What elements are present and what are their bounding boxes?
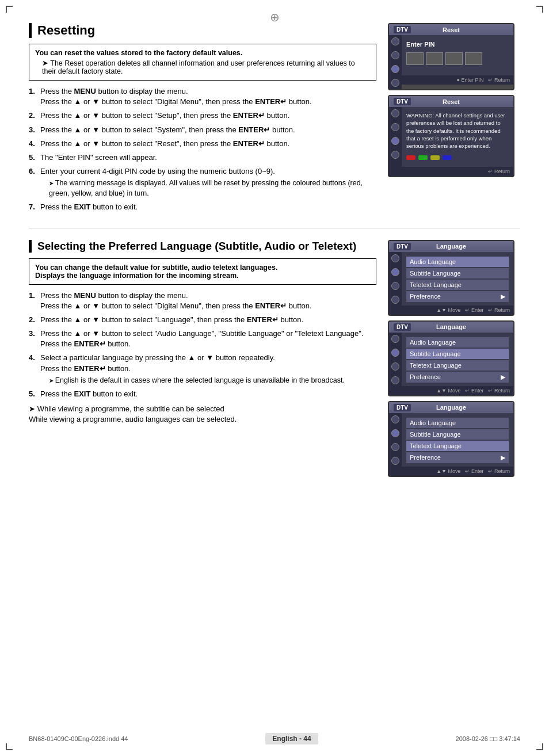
lang-menu-preference-2: Preference ▶ <box>406 372 509 383</box>
resetting-screens-col: DTV Reset Enter PIN <box>388 23 520 216</box>
footer-right-text: 2008-02-26 □□ 3:47:14 <box>456 735 520 742</box>
lang-menu-preference-1: Preference ▶ <box>406 291 509 302</box>
reset-screen1-header: DTV Reset <box>389 24 513 35</box>
step-3: 3. Press the ▲ or ▼ button to select "Sy… <box>29 125 376 135</box>
page-number: English - 44 <box>265 733 318 744</box>
lang-screen2-header: DTV Language <box>389 322 513 333</box>
btn-yellow <box>430 155 440 160</box>
pin-box-2 <box>426 52 443 65</box>
dtv-logo-5: DTV <box>394 404 411 411</box>
lang-menu-teletext-1: Teletext Language <box>406 280 509 290</box>
icon-l2-4 <box>391 376 399 384</box>
icon-circle-2 <box>391 51 399 59</box>
footer-return-2: ↵ Return <box>488 169 510 174</box>
pin-body: Enter PIN <box>402 35 513 75</box>
step-2: 2. Press the ▲ or ▼ button to select "Se… <box>29 110 376 121</box>
reset-screen2-footer: ↵ Return <box>402 167 513 176</box>
pin-box-3 <box>445 52 463 65</box>
btn-red <box>406 155 415 160</box>
resetting-steps: 1. Press the MENU button to display the … <box>29 86 376 213</box>
dtv-logo-2: DTV <box>394 98 411 105</box>
icon-l2-2 <box>391 349 399 357</box>
icon-l3-3 <box>391 443 399 451</box>
lang-screen2-footer: ▲▼ Move ↵ Enter ↵ Return <box>402 386 513 395</box>
icon-circle-1 <box>391 37 399 45</box>
lang-step-5: 5. Press the EXIT button to exit. <box>29 389 376 399</box>
reset-screen1-footer: ● Enter PIN ↵ Return <box>402 75 513 85</box>
lang-menu-subtitle-1: Subtitle Language <box>406 268 509 278</box>
reset-screen1-body: Enter PIN ● Enter PIN ↵ Return <box>402 35 513 89</box>
icon-l3-4 <box>391 457 399 465</box>
tv-icon-col-3 <box>389 252 402 315</box>
language-screens-col: DTV Language Audio Language Subtitl <box>388 240 520 477</box>
language-intro-bold1: You can change the default value for sub… <box>35 264 370 272</box>
resetting-intro-note: ➤ The Reset operation deletes all channe… <box>42 59 370 75</box>
lang-step-1: 1. Press the MENU button to display the … <box>29 291 376 311</box>
lang-screen2-body: Audio Language Subtitle Language Teletex… <box>402 333 513 386</box>
resetting-info-box: You can reset the values stored to the f… <box>29 44 376 81</box>
lang-screen1-body: Audio Language Subtitle Language Teletex… <box>402 252 513 306</box>
icon-l1-3 <box>391 282 399 290</box>
lang-menu-subtitle-3: Subtitle Language <box>406 429 509 440</box>
btn-green <box>418 155 428 160</box>
reset-screen1-body-wrap: Enter PIN ● Enter PIN ↵ Return <box>389 35 513 89</box>
dtv-logo-3: DTV <box>394 243 411 250</box>
lang-step-3: 3. Press the ▲ or ▼ button to select "Au… <box>29 329 376 349</box>
reset-pin-screen: DTV Reset Enter PIN <box>388 23 514 90</box>
lang-menu-preference-3: Preference ▶ <box>406 452 509 463</box>
icon-circle-6 <box>391 123 399 131</box>
color-buttons <box>406 155 509 160</box>
lang-step-4: 4. Select a particular language by press… <box>29 353 376 385</box>
resetting-intro-bold: You can reset the values stored to the f… <box>35 49 370 57</box>
lang-screen3-body: Audio Language Subtitle Language Teletex… <box>402 413 513 467</box>
lang-screen1-body-wrap: Audio Language Subtitle Language Teletex… <box>389 252 513 315</box>
icon-circle-8 <box>391 151 399 159</box>
warning-body: WARNING: All channel settings and user p… <box>402 107 513 167</box>
lang-menu-teletext-2: Teletext Language <box>406 360 509 371</box>
lang-menu-subtitle-2: Subtitle Language <box>406 349 509 359</box>
step-4: 4. Press the ▲ or ▼ button to select "Re… <box>29 139 376 149</box>
reset-screen2-body: WARNING: All channel settings and user p… <box>402 107 513 176</box>
language-steps: 1. Press the MENU button to display the … <box>29 291 376 400</box>
icon-l3-1 <box>391 415 399 423</box>
footer-left-text: BN68-01409C-00Eng-0226.indd 44 <box>29 735 128 742</box>
lang-step-2: 2. Press the ▲ or ▼ button to select "La… <box>29 315 376 325</box>
resetting-title: Resetting <box>29 23 376 38</box>
reset-screen2-header: DTV Reset <box>389 96 513 107</box>
tv-icon-col-2 <box>389 107 402 176</box>
pin-boxes <box>406 52 509 65</box>
lang-screen3-header: DTV Language <box>389 402 513 413</box>
step-5: 5. The "Enter PIN" screen will appear. <box>29 152 376 163</box>
icon-l1-2 <box>391 268 399 276</box>
footer-enter-pin: ● Enter PIN <box>457 77 484 83</box>
enter-pin-label: Enter PIN <box>406 41 509 48</box>
icon-l1-1 <box>391 254 399 262</box>
icon-l1-4 <box>391 296 399 304</box>
step-1: 1. Press the MENU button to display the … <box>29 86 376 107</box>
footer-return: ↵ Return <box>488 77 510 83</box>
reset-warning-screen: DTV Reset WARNING: All channel settings … <box>388 95 514 177</box>
reset-screen2-body-wrap: WARNING: All channel settings and user p… <box>389 107 513 176</box>
lang-screen-3: DTV Language Audio Language Subtitl <box>388 401 514 477</box>
warning-text: WARNING: All channel settings and user p… <box>406 112 509 150</box>
lang-screen1-header: DTV Language <box>389 241 513 252</box>
lang-menu-audio-2: Audio Language <box>406 337 509 348</box>
icon-circle-7 <box>391 137 399 145</box>
lang-screen-1: DTV Language Audio Language Subtitl <box>388 240 514 316</box>
tv-icon-col-4 <box>389 333 402 395</box>
lang-menu-audio-3: Audio Language <box>406 418 509 428</box>
tv-icon-col-5 <box>389 413 402 476</box>
lang-screen1-footer: ▲▼ Move ↵ Enter ↵ Return <box>402 306 513 315</box>
lang-screen3-footer: ▲▼ Move ↵ Enter ↵ Return <box>402 467 513 476</box>
lang-screen3-body-wrap: Audio Language Subtitle Language Teletex… <box>389 413 513 476</box>
lang-menu-audio-1: Audio Language <box>406 257 509 267</box>
lang-screen2-body-wrap: Audio Language Subtitle Language Teletex… <box>389 333 513 395</box>
dtv-logo-4: DTV <box>394 323 411 331</box>
icon-l3-2 <box>391 429 399 437</box>
language-info-box: You can change the default value for sub… <box>29 258 376 285</box>
section-divider <box>29 228 520 228</box>
icon-circle-4 <box>391 79 399 87</box>
icon-l2-3 <box>391 362 399 371</box>
icon-circle-5 <box>391 109 399 117</box>
lang-screen-2: DTV Language Audio Language Subtitl <box>388 320 514 396</box>
